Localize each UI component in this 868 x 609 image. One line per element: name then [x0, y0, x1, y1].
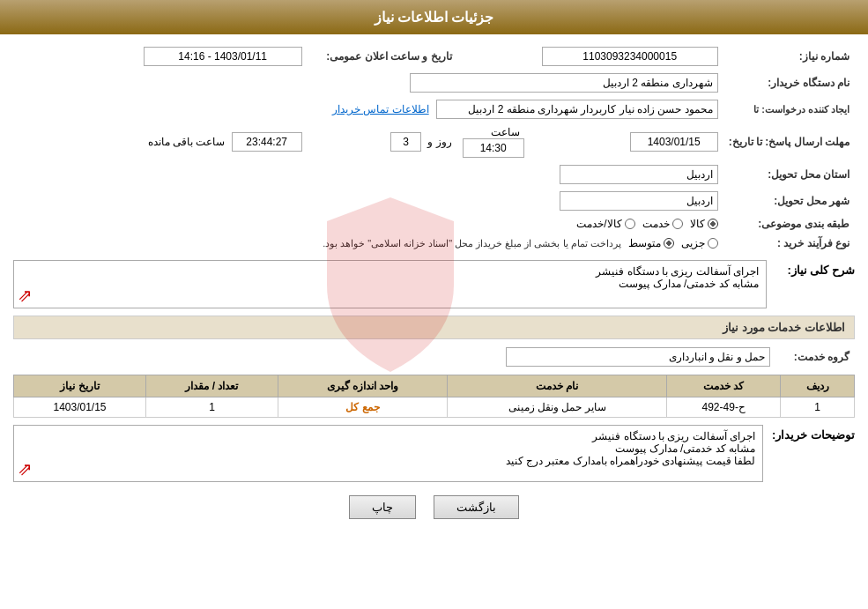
tarix-label: تاریخ و ساعت اعلان عمومی:: [326, 50, 451, 63]
col-tedad: تعداد / مقدار: [146, 375, 278, 397]
tarix-input[interactable]: [144, 47, 302, 66]
services-table: ردیف کد خدمت نام خدمت واحد اندازه گیری ت…: [13, 375, 855, 418]
shahr-label: شهر محل تحویل:: [774, 195, 849, 207]
cell-tedad: 1: [146, 397, 278, 418]
mohlat-saat-input[interactable]: [463, 138, 524, 158]
page-header: جزئیات اطلاعات نیاز: [0, 0, 868, 34]
tozi-line3: لطفا قیمت پیشنهادی خودراهمراه بامدارک مع…: [21, 455, 755, 467]
eijadKonande-label: ایجاد کننده درخواست: تا: [753, 104, 849, 115]
sharhKolli-line2: مشابه کد خدمتی/ مدارک پیوست: [21, 278, 759, 290]
tozi-label: توضیحات خریدار:: [772, 428, 855, 442]
cell-kodKhedmat: ح-49-492: [667, 397, 781, 418]
noeFarayand-label: نوع فرآیند خرید :: [777, 237, 849, 249]
radio-kala[interactable]: کالا: [690, 218, 718, 230]
radio-jozei[interactable]: جزیی: [681, 237, 718, 249]
tozi-line1: اجرای آسفالت ریزی با دستگاه فنیشر: [21, 430, 755, 442]
radio-kalaKhedmat-circle: [625, 219, 635, 229]
page-title: جزئیات اطلاعات نیاز: [375, 10, 494, 25]
saatBaghimande-label: ساعت باقی مانده: [148, 136, 226, 148]
mohlatSaat-label: ساعت: [491, 126, 520, 138]
radio-jozei-label: جزیی: [681, 237, 705, 249]
eijadKonande-link[interactable]: اطلاعات تماس خریدار: [332, 103, 429, 115]
cell-namKhedmat: سایر حمل ونقل زمینی: [447, 397, 666, 418]
tozi-line2: مشابه کد خدمتی/ مدارک پیوست: [21, 442, 755, 455]
shomareNiaz-label: شماره نیاز:: [799, 50, 849, 63]
tozi-arrow-icon: ⇗: [18, 458, 33, 479]
radio-motevaset-label: متوسط: [628, 237, 661, 249]
col-tarix: تاریخ نیاز: [14, 375, 146, 397]
mohlatErsal-label: مهلت ارسال پاسخ: تا تاریخ:: [729, 136, 849, 148]
noeFarayand-desc: پرداخت تمام یا بخشی از مبلغ خریداز محل "…: [323, 238, 621, 249]
radio-kala-label: کالا: [690, 218, 705, 230]
cell-radif: 1: [781, 397, 855, 418]
mohlat-date-input[interactable]: [630, 132, 718, 152]
khadamat-label: اطلاعات خدمات مورد نیاز: [723, 321, 845, 334]
saat-baghimande-input[interactable]: [232, 132, 302, 152]
sharhKolli-label: شرح کلی نیاز:: [787, 264, 855, 277]
namDastgah-input[interactable]: [410, 73, 718, 93]
radio-khedmat-label: خدمت: [642, 218, 670, 230]
tabaqe-label: طبقه بندی موضوعی:: [758, 218, 849, 230]
bottom-buttons: بازگشت چاپ: [13, 495, 855, 519]
roz-input[interactable]: [390, 132, 421, 152]
col-kodKhedmat: کد خدمت: [667, 375, 781, 397]
cell-tarix: 1403/01/15: [14, 397, 146, 418]
col-namKhedmat: نام خدمت: [447, 375, 666, 397]
ostan-input[interactable]: [560, 165, 718, 184]
sharhKolli-line1: اجرای آسفالت ریزی با دستگاه فنیشر: [21, 265, 759, 278]
radio-kalaKhedmat-label: کالا/خدمت: [576, 218, 621, 230]
shahr-input[interactable]: [560, 191, 718, 211]
radio-motevaset[interactable]: متوسط: [628, 237, 674, 249]
info-table-main: شماره نیاز: تاریخ و ساعت اعلان عمومی: نا…: [13, 43, 855, 253]
ostan-label: استان محل تحویل:: [768, 168, 849, 181]
print-button[interactable]: چاپ: [349, 495, 416, 519]
radio-khedmat[interactable]: خدمت: [642, 218, 683, 230]
page-wrapper: جزئیات اطلاعات نیاز شماره نیاز: تاریخ و …: [0, 0, 868, 609]
radio-kalaKhedmat[interactable]: کالا/خدمت: [576, 218, 634, 230]
back-button[interactable]: بازگشت: [434, 495, 519, 519]
namDastgah-label: نام دستگاه خریدار:: [768, 77, 849, 89]
goroheKhedmat-label: گروه خدمت:: [794, 351, 849, 363]
shomareNiaz-input[interactable]: [542, 47, 718, 66]
col-radif: ردیف: [781, 375, 855, 397]
roz-label: روز و: [427, 136, 451, 148]
goroheKhedmat-input[interactable]: [506, 347, 770, 367]
col-vahed: واحد اندازه گیری: [278, 375, 447, 397]
khadamat-section-header: اطلاعات خدمات مورد نیاز: [13, 316, 855, 339]
radio-motevaset-circle: [664, 238, 674, 249]
table-row: 1 ح-49-492 سایر حمل ونقل زمینی جمع کل 1 …: [14, 397, 855, 418]
main-content: شماره نیاز: تاریخ و ساعت اعلان عمومی: نا…: [0, 34, 868, 541]
radio-jozei-circle: [708, 238, 718, 249]
radio-khedmat-circle: [672, 219, 683, 229]
radio-kala-circle: [708, 219, 718, 229]
cell-vahed: جمع کل: [278, 397, 447, 418]
eijadKonande-input[interactable]: [436, 100, 718, 119]
